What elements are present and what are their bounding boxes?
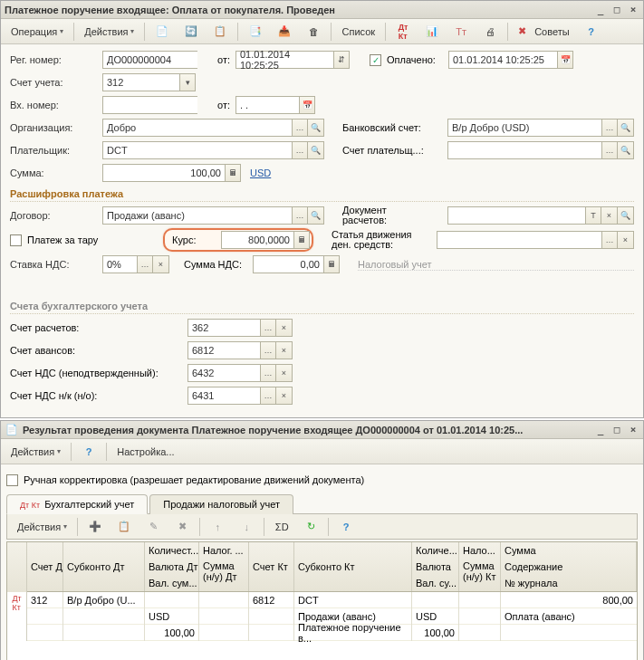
delete-icon[interactable]: ✖ [168,517,196,537]
document-icon[interactable]: 📋 [207,22,234,42]
operation-menu[interactable]: Операция▾ [5,22,70,42]
clear-icon[interactable]: × [276,387,293,405]
col-content[interactable]: Содержание [501,559,637,575]
tree-icon[interactable]: Тт [447,22,475,42]
reg-date-input[interactable]: 01.01.2014 10:25:25 ⇵ [235,51,350,69]
col-tax-dt[interactable]: Налог. ... [199,542,249,559]
calc-icon[interactable]: 🖩 [323,255,340,273]
ellipsis-icon[interactable]: … [260,341,276,359]
col-journal[interactable]: № журнала [501,575,637,591]
text-icon[interactable]: T [585,206,601,225]
doc-calc-input[interactable]: T × 🔍 [447,206,634,225]
ellipsis-icon[interactable]: … [137,255,153,273]
paste-icon[interactable]: 📥 [271,22,298,42]
vat-nk-input[interactable]: 6431 … × [187,387,293,405]
col-sumnu-kt[interactable]: Сумма(н/у) Кт [459,559,501,591]
movements-grid[interactable]: Счет Дт Субконто Дт Количест... Валюта Д… [6,541,638,660]
settings-button[interactable]: Настройка... [111,442,180,462]
clear-icon[interactable]: × [601,206,618,225]
col-subconto-dt[interactable]: Субконто Дт [63,542,145,591]
ellipsis-icon[interactable]: … [292,206,308,225]
close-button[interactable]: × [627,4,639,16]
currency-link[interactable]: USD [250,167,271,178]
tara-checkbox[interactable] [10,234,22,246]
table-row[interactable]: ДтКт 312 В/р Добро (U... USD 100,00 [7,592,637,641]
calendar-icon[interactable]: 📅 [557,51,573,69]
col-qty-dt[interactable]: Количест... [145,542,199,559]
clear-icon[interactable]: × [276,364,293,382]
list-button[interactable]: Список [335,22,381,42]
in-date-input[interactable]: . . 📅 [235,96,315,114]
col-qty-kt[interactable]: Количе... [412,542,459,559]
ellipsis-icon[interactable]: … [601,119,618,137]
col-sumnu-dt[interactable]: Сумма(н/у) Дт [199,559,249,591]
ellipsis-icon[interactable]: … [260,387,276,405]
up-icon[interactable]: ↑ [204,517,231,537]
tips-button[interactable]: ✖ Советы [512,22,576,42]
contract-input[interactable]: Продажи (аванс) … 🔍 [102,206,324,225]
ellipsis-icon[interactable]: … [260,319,276,337]
minimize-button[interactable]: _ [594,4,607,16]
col-sum[interactable]: Сумма [501,542,637,559]
payer-account-input[interactable]: … 🔍 [447,141,634,159]
calc-icon[interactable]: 🖩 [225,164,241,182]
calc-icon[interactable]: 🖩 [293,231,310,249]
col-acct-kt[interactable]: Счет Кт [249,542,294,591]
maximize-button[interactable]: □ [610,424,623,436]
clear-icon[interactable]: × [153,255,169,273]
ellipsis-icon[interactable]: … [260,364,276,382]
clear-icon[interactable]: × [276,319,293,337]
clear-icon[interactable]: × [618,231,634,249]
help-icon[interactable]: ? [332,517,360,537]
ellipsis-icon[interactable]: … [601,231,618,249]
lookup-icon[interactable]: 🔍 [308,119,324,137]
settlement-input[interactable]: 362 … × [187,319,293,337]
bank-account-input[interactable]: В/р Добро (USD) … 🔍 [447,119,634,137]
dtkt-icon[interactable]: ДтКт [389,22,417,42]
ellipsis-icon[interactable]: … [292,119,308,137]
paid-checkbox[interactable]: ✓ [370,54,381,66]
help-icon[interactable]: ? [578,22,605,42]
lookup-icon[interactable]: 🔍 [308,141,324,159]
tab-accounting[interactable]: Дт Кт Бухгалтерский учет [6,494,148,514]
ellipsis-icon[interactable]: … [292,141,308,159]
down-icon[interactable]: ↓ [233,517,260,537]
refresh-icon[interactable]: ↻ [297,517,324,537]
col-subconto-kt[interactable]: Субконто Кт [294,542,412,591]
add-icon[interactable]: ➕ [82,517,109,537]
delete-icon[interactable]: 🗑 [300,22,327,42]
ellipsis-icon[interactable]: … [601,141,618,159]
lookup-icon[interactable]: 🔍 [618,206,634,225]
col-valsum-dt[interactable]: Вал. сум... [145,575,199,591]
col-tax-kt[interactable]: Нало... [459,542,501,559]
tab-tax[interactable]: Продажи налоговый учет [149,494,293,514]
actions-menu[interactable]: Действия▾ [5,442,67,462]
lookup-icon[interactable]: 🔍 [308,206,324,225]
account-input[interactable]: 312 ▾ [102,73,196,91]
print-icon[interactable]: 🖨 [476,22,504,42]
col-acct-dt[interactable]: Счет Дт [27,542,63,591]
paid-date-input[interactable]: 01.01.2014 10:25:25 📅 [448,51,573,69]
copy-icon[interactable]: 📋 [111,517,138,537]
report-icon[interactable]: 📊 [418,22,446,42]
clear-icon[interactable]: × [276,341,293,359]
col-cur-kt[interactable]: Валюта [412,559,459,575]
edit-icon[interactable]: ✎ [139,517,167,537]
lookup-icon[interactable]: 🔍 [618,119,634,137]
manual-corr-checkbox[interactable] [6,474,18,486]
col-cur-dt[interactable]: Валюта Дт [145,559,199,575]
vat-sum-input[interactable]: 0,00 🖩 [253,255,340,273]
minimize-button[interactable]: _ [594,424,607,436]
refresh-icon[interactable]: 🔄 [178,22,205,42]
help-icon[interactable]: ? [75,442,102,462]
flow-input[interactable]: … × [437,231,634,249]
actions-menu[interactable]: Действия▾ [78,22,140,42]
payer-input[interactable]: DCT … 🔍 [102,141,324,159]
dropdown-icon[interactable]: ▾ [179,73,196,91]
advance-input[interactable]: 6812 … × [187,341,293,359]
rate-input[interactable]: 800,0000 🖩 [221,231,310,249]
sum-input[interactable]: 100,00 🖩 [102,164,241,182]
calendar-icon[interactable]: 📅 [299,96,315,114]
date-spinner-icon[interactable]: ⇵ [333,51,350,69]
col-valsum-kt[interactable]: Вал. су... [412,575,459,591]
